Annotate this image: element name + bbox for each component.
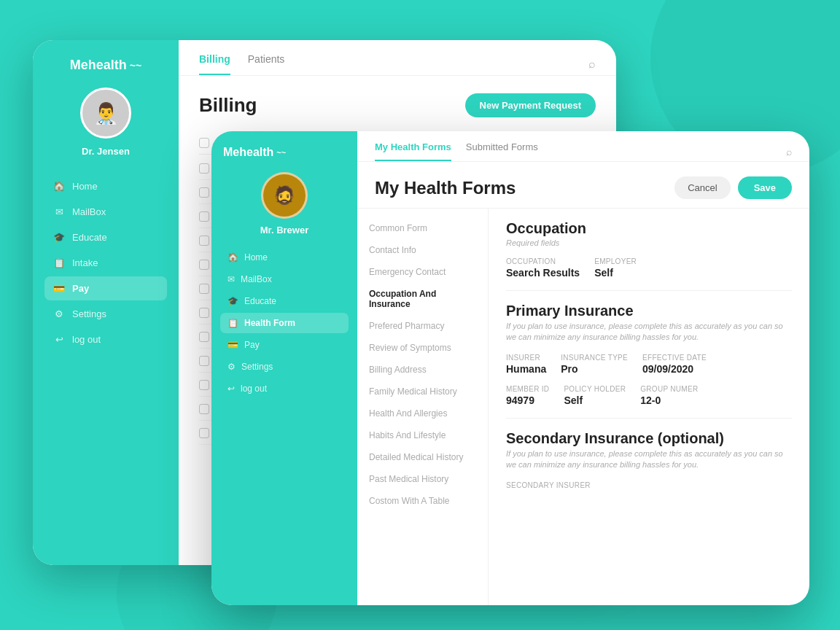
tab-my-health-forms[interactable]: My Health Forms	[375, 141, 451, 161]
settings-icon: ⚙	[53, 308, 65, 319]
employer-value: Self	[594, 267, 637, 279]
insurer-field: Insurer Humana	[506, 354, 546, 375]
front-tablet: Mehealth ~~ 🧔 Mr. Brewer 🏠 Home ✉ MailBo…	[211, 131, 809, 605]
back-tab-patients[interactable]: Patients	[248, 53, 285, 75]
occupation-label: Occupation	[506, 257, 580, 265]
educate-icon: 🎓	[228, 296, 238, 306]
search-icon[interactable]: ⌕	[588, 58, 596, 71]
menu-item-review-symptoms[interactable]: Review of Symptoms	[357, 337, 488, 359]
save-button[interactable]: Save	[738, 176, 792, 199]
primary-insurance-row2: Member ID 94979 Policy Holder Self Group…	[506, 385, 792, 406]
menu-item-past-medical[interactable]: Past Medical History	[357, 468, 488, 490]
front-nav-health[interactable]: 📋 Health Form	[220, 313, 349, 333]
front-nav-home[interactable]: 🏠 Home	[220, 247, 349, 268]
pay-icon: 💳	[228, 340, 238, 350]
back-top-nav: Billing Patients ⌕	[179, 40, 616, 76]
menu-item-custom-table[interactable]: Costom With A Table	[357, 490, 488, 512]
cancel-button[interactable]: Cancel	[674, 176, 730, 199]
front-avatar: 🧔	[261, 172, 308, 219]
home-icon: 🏠	[53, 181, 65, 192]
policy-holder-field: Policy Holder Self	[564, 385, 626, 406]
primary-insurance-subtitle: If you plan to use insurance, please com…	[506, 321, 792, 343]
secondary-insurance-fields: Secondary Insurer	[506, 481, 792, 491]
front-body: My Health Forms Cancel Save Common Form …	[357, 162, 809, 605]
menu-item-prefered-pharmacy[interactable]: Prefered Pharmacy	[357, 315, 488, 337]
back-nav-mailbox-label: MailBox	[72, 206, 106, 217]
front-nav-pay[interactable]: 💳 Pay	[220, 335, 349, 355]
secondary-insurer-label: Secondary Insurer	[506, 481, 591, 489]
back-nav-logout-label: log out	[72, 334, 101, 345]
employer-field: Employer Self	[594, 257, 637, 279]
group-number-field: Group Numer 12-0	[640, 385, 698, 406]
menu-item-detailed-medical[interactable]: Detailed Medical History	[357, 446, 488, 468]
educate-icon: 🎓	[53, 232, 65, 243]
menu-item-contact-info[interactable]: Contact Info	[357, 239, 488, 261]
mail-icon: ✉	[53, 206, 65, 217]
front-main: My Health Forms Submitted Forms ⌕ My Hea…	[357, 131, 809, 605]
back-nav-educate-label: Educate	[72, 232, 107, 243]
menu-item-billing-address[interactable]: Billing Address	[357, 359, 488, 381]
policy-holder-label: Policy Holder	[564, 385, 626, 393]
back-nav-pay[interactable]: 💳 Pay	[44, 276, 167, 300]
occupation-value: Search Results	[506, 267, 580, 279]
mail-icon: ✉	[228, 274, 235, 284]
back-nav-home[interactable]: 🏠 Home	[44, 174, 167, 198]
forms-header: My Health Forms Cancel Save	[357, 162, 809, 209]
primary-insurance-title: Primary Insurance	[506, 303, 792, 319]
forms-title: My Health Forms	[375, 178, 516, 198]
front-sidebar: Mehealth ~~ 🧔 Mr. Brewer 🏠 Home ✉ MailBo…	[211, 131, 357, 605]
secondary-insurance-title: Secondary Insurance (optional)	[506, 430, 792, 447]
back-nav-educate[interactable]: 🎓 Educate	[44, 225, 167, 249]
back-nav-settings[interactable]: ⚙ Settings	[44, 302, 167, 326]
employer-label: Employer	[594, 257, 637, 265]
effective-date-label: Effective Date	[642, 354, 707, 362]
group-number-value: 12-0	[640, 394, 698, 406]
pay-icon: 💳	[53, 283, 65, 294]
secondary-insurance-subtitle: If you plan to use insurance, please com…	[506, 448, 792, 471]
menu-item-family-medical[interactable]: Family Medical History	[357, 381, 488, 402]
menu-item-health-allergies[interactable]: Health And Allergies	[357, 402, 488, 424]
forms-content: Occupation Required fields Occupation Se…	[489, 209, 809, 605]
insurance-type-field: Insurance Type Pro	[561, 354, 628, 375]
occupation-section-title: Occupation	[506, 220, 792, 237]
settings-icon: ⚙	[228, 362, 236, 372]
back-logo: Mehealth ~~	[70, 58, 141, 73]
front-top-nav: My Health Forms Submitted Forms ⌕	[357, 131, 809, 162]
new-payment-button[interactable]: New Payment Request	[465, 93, 596, 117]
insurance-type-value: Pro	[561, 363, 628, 375]
billing-header: Billing New Payment Request	[199, 93, 596, 117]
member-id-field: Member ID 94979	[506, 385, 549, 406]
front-nav-educate[interactable]: 🎓 Educate	[220, 291, 349, 311]
insurance-type-label: Insurance Type	[561, 354, 628, 362]
policy-holder-value: Self	[564, 394, 626, 406]
back-nav-intake[interactable]: 📋 Intake	[44, 251, 167, 275]
select-all-checkbox[interactable]	[199, 138, 209, 148]
group-number-label: Group Numer	[640, 385, 698, 393]
primary-insurance-row1: Insurer Humana Insurance Type Pro Effect…	[506, 354, 792, 375]
back-nav-logout[interactable]: ↩ log out	[44, 327, 167, 351]
forms-actions: Cancel Save	[674, 176, 792, 199]
front-patient-name: Mr. Brewer	[211, 225, 357, 236]
front-logo: Mehealth ~~	[211, 146, 357, 159]
back-tab-billing[interactable]: Billing	[199, 53, 230, 75]
menu-item-emergency-contact[interactable]: Emergency Contact	[357, 261, 488, 283]
tab-submitted-forms[interactable]: Submitted Forms	[466, 141, 538, 161]
logout-icon: ↩	[228, 384, 235, 394]
front-nav-logout[interactable]: ↩ log out	[220, 378, 349, 399]
front-nav-settings[interactable]: ⚙ Settings	[220, 357, 349, 377]
menu-item-common-form[interactable]: Common Form	[357, 217, 488, 239]
menu-item-occupation-insurance[interactable]: Occupation And Insurance	[357, 283, 488, 315]
back-nav-mailbox[interactable]: ✉ MailBox	[44, 200, 167, 224]
front-search-icon[interactable]: ⌕	[786, 146, 792, 158]
menu-item-habits-lifestyle[interactable]: Habits And Lifestyle	[357, 424, 488, 446]
member-id-label: Member ID	[506, 385, 549, 393]
back-doctor-name: Dr. Jensen	[82, 146, 130, 157]
secondary-insurer-field: Secondary Insurer	[506, 481, 591, 491]
front-nav-mailbox[interactable]: ✉ MailBox	[220, 269, 349, 289]
back-sidebar: Mehealth ~~ 👨‍⚕️ Dr. Jensen 🏠 Home ✉ Mai…	[33, 40, 179, 565]
health-icon: 📋	[228, 318, 238, 328]
section-divider-2	[506, 418, 792, 419]
insurer-value: Humana	[506, 363, 546, 375]
billing-title: Billing	[199, 94, 257, 117]
forms-menu: Common Form Contact Info Emergency Conta…	[357, 209, 489, 605]
